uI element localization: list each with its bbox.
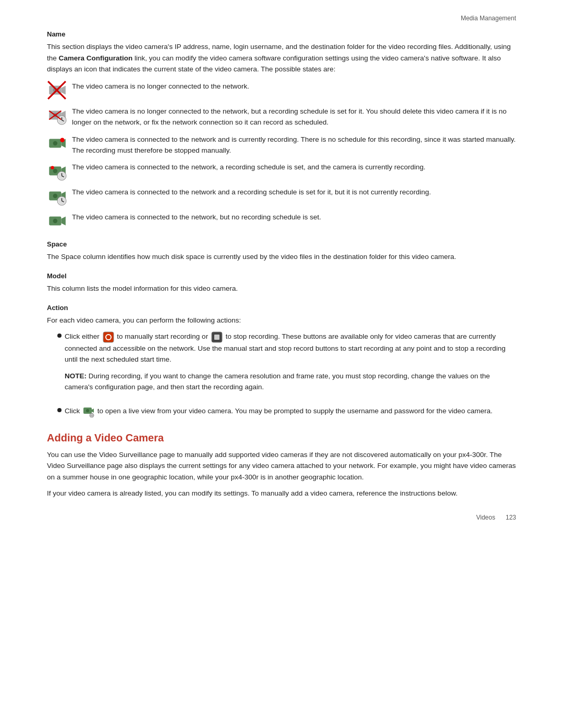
bullet2-post: to open a live view from your video came…	[97, 407, 493, 415]
svg-point-20	[53, 169, 57, 173]
bullet-item-record: Click either to manually start recording…	[57, 331, 516, 398]
svg-point-38	[106, 335, 111, 339]
camera-state-text-6: The video camera is connected to the net…	[72, 211, 321, 223]
space-section-label: Space	[47, 240, 516, 248]
svg-point-25	[51, 166, 54, 169]
camera-state-item: The video camera is no longer connected …	[47, 105, 516, 128]
action-intro: For each video camera, you can perform t…	[47, 315, 516, 326]
camera-state-item: The video camera is connected to the net…	[47, 161, 516, 181]
bullet-dot	[57, 408, 62, 412]
camera-config-link: Camera Configuration	[59, 54, 133, 62]
page-footer: Videos 123	[476, 514, 516, 521]
camera-no-schedule-icon	[47, 211, 67, 231]
camera-state-item: The video camera is connected to the net…	[47, 133, 516, 156]
note-label: NOTE:	[65, 372, 87, 380]
bullet2-pre: Click	[65, 407, 82, 415]
camera-disconnected-schedule-icon	[47, 105, 67, 125]
svg-point-16	[53, 141, 57, 145]
name-intro-paragraph: This section displays the video camera's…	[47, 41, 516, 75]
bullet-dot	[57, 334, 62, 338]
camera-disconnected-icon	[47, 80, 67, 100]
start-record-icon	[103, 331, 114, 343]
live-view-icon	[83, 406, 94, 417]
stop-record-icon	[211, 331, 223, 343]
camera-state-text-2: The video camera is no longer connected …	[72, 105, 516, 128]
camera-state-item: The video camera is no longer connected …	[47, 80, 516, 100]
footer-section: Videos	[476, 514, 495, 521]
note-text: During recording, if you want to change …	[65, 372, 490, 391]
note-block: NOTE: During recording, if you want to c…	[65, 371, 516, 393]
name-section-label: Name	[47, 30, 516, 38]
svg-rect-40	[214, 335, 219, 340]
bullet1-pre: Click either	[65, 332, 102, 340]
svg-point-43	[86, 409, 89, 412]
action-bullet-list: Click either to manually start recording…	[57, 331, 516, 417]
camera-state-item: The video camera is connected to the net…	[47, 211, 516, 231]
action-section-label: Action	[47, 304, 516, 312]
bullet-text-record: Click either to manually start recording…	[65, 331, 516, 398]
adding-paragraph-2: If your video camera is already listed, …	[47, 488, 516, 499]
bullet1-mid: to manually start recording or	[117, 332, 210, 340]
header-section-label: Media Management	[461, 15, 516, 22]
camera-scheduled-recording-icon	[47, 161, 67, 181]
camera-connected-recording-icon	[47, 133, 67, 153]
svg-point-28	[53, 194, 57, 198]
camera-state-text-4: The video camera is connected to the net…	[72, 161, 425, 173]
svg-marker-34	[61, 217, 65, 226]
adding-paragraph-1: You can use the Video Surveillance page …	[47, 449, 516, 483]
camera-state-text-5: The video camera is connected to the net…	[72, 186, 431, 198]
space-text: The Space column identifies how much dis…	[47, 251, 516, 263]
svg-marker-1	[61, 85, 65, 94]
footer-page-number: 123	[506, 514, 516, 521]
model-text: This column lists the model information …	[47, 283, 516, 294]
camera-state-text-3: The video camera is connected to the net…	[72, 133, 516, 156]
bullet-text-liveview: Click to open a live view from your v	[65, 405, 493, 417]
bullet-item-liveview: Click to open a live view from your v	[57, 405, 516, 417]
camera-state-text-1: The video camera is no longer connected …	[72, 80, 249, 92]
adding-section-title: Adding a Video Camera	[47, 432, 516, 444]
camera-state-list: The video camera is no longer connected …	[47, 80, 516, 231]
camera-state-item: The video camera is connected to the net…	[47, 186, 516, 206]
svg-point-17	[60, 138, 64, 142]
camera-scheduled-not-recording-icon	[47, 186, 67, 206]
svg-marker-42	[92, 409, 94, 413]
svg-point-35	[53, 219, 57, 223]
model-section-label: Model	[47, 272, 516, 280]
